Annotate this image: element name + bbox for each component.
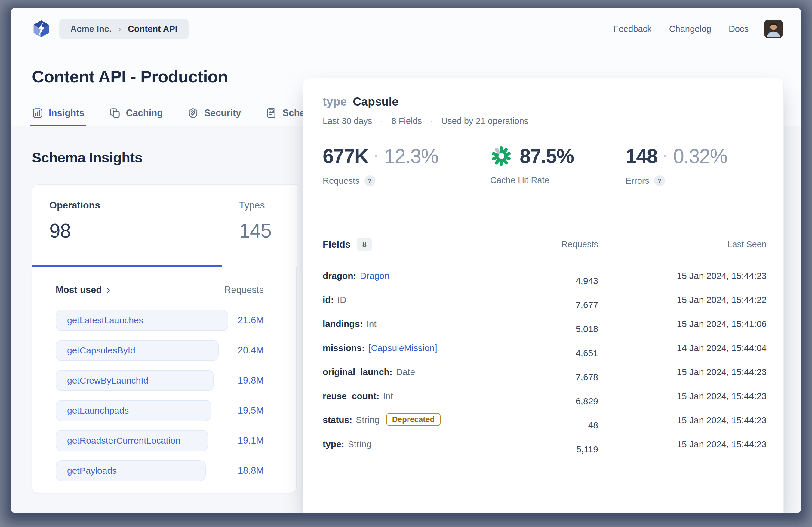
stat-errors: 148·0.32%Errors? xyxy=(625,144,727,186)
type-meta-item: Used by 21 operations xyxy=(441,116,528,126)
stat-label: Errors? xyxy=(625,175,727,186)
top-nav: FeedbackChangelogDocs xyxy=(596,24,749,34)
breadcrumb-project[interactable]: Content API xyxy=(128,24,177,34)
field-last-seen: 15 Jan 2024, 15:44:23 xyxy=(598,415,767,425)
most-used-card: Most used › Requests getLatestLaunches21… xyxy=(32,267,296,493)
nav-link-feedback[interactable]: Feedback xyxy=(613,24,651,34)
operation-request-count: 18.8M xyxy=(228,465,264,476)
field-name: missions: xyxy=(323,343,365,353)
nav-link-changelog[interactable]: Changelog xyxy=(669,24,711,34)
operation-pill[interactable]: getLaunchpads xyxy=(56,400,212,421)
field-name: id: xyxy=(323,295,334,305)
operation-pill[interactable]: getPayloads xyxy=(56,460,206,481)
schema-insights-panel: Operations98Types145 Most used › Request… xyxy=(32,184,296,493)
app-window: Acme Inc. › Content API FeedbackChangelo… xyxy=(11,8,801,513)
stat-secondary-value: 12.3% xyxy=(384,145,438,168)
most-used-link[interactable]: Most used › xyxy=(56,285,110,295)
field-row: dragon:Dragon4,94315 Jan 2024, 15:44:23 xyxy=(323,264,767,288)
breadcrumb-org[interactable]: Acme Inc. xyxy=(70,24,112,34)
operation-pill[interactable]: getRoadsterCurrentLocation xyxy=(56,430,208,451)
help-icon[interactable]: ? xyxy=(364,175,375,186)
fields-table-body: dragon:Dragon4,94315 Jan 2024, 15:44:23i… xyxy=(323,264,767,456)
field-requests: 4,651 xyxy=(508,348,598,358)
chevron-right-icon: › xyxy=(106,285,110,295)
svg-text:GQL: GQL xyxy=(269,110,274,113)
dot-separator-icon: · xyxy=(380,117,383,125)
field-name-cell: id:ID xyxy=(323,295,508,305)
fields-label: Fields xyxy=(323,239,350,250)
field-requests: 6,829 xyxy=(508,396,598,407)
operation-request-count: 19.1M xyxy=(228,435,264,446)
type-meta-item: Last 30 days xyxy=(323,116,372,126)
operation-request-count: 21.6M xyxy=(228,315,264,326)
operation-pill[interactable]: getLatestLaunches xyxy=(56,310,228,331)
stat-cache-hit-rate: 87.5%Cache Hit Rate xyxy=(490,144,625,186)
tab-security[interactable]: Security xyxy=(187,108,241,119)
most-used-row: getLaunchpads19.5M xyxy=(56,400,264,421)
operation-request-count: 19.5M xyxy=(228,405,264,416)
most-used-bar-track: getCapsulesById xyxy=(56,340,228,361)
field-row: id:ID7,67715 Jan 2024, 15:44:22 xyxy=(323,288,767,312)
field-name: dragon: xyxy=(323,271,357,281)
brand-logo-icon[interactable] xyxy=(32,19,50,38)
nav-link-docs[interactable]: Docs xyxy=(729,24,749,34)
field-requests: 4,943 xyxy=(508,276,598,286)
user-avatar[interactable] xyxy=(764,19,783,38)
stat-label-text: Requests xyxy=(323,176,360,186)
field-name-cell: landings:Int xyxy=(323,319,508,329)
most-used-row: getCapsulesById20.4M xyxy=(56,340,264,361)
field-name-cell: original_launch:Date xyxy=(323,367,508,377)
operation-pill[interactable]: getCrewByLaunchId xyxy=(56,370,214,391)
summary-tab-types[interactable]: Types145 xyxy=(222,184,296,267)
summary-tab-operations[interactable]: Operations98 xyxy=(32,184,222,267)
type-meta: Last 30 days·8 Fields·Used by 21 operati… xyxy=(323,116,764,126)
field-type-link[interactable]: Dragon xyxy=(360,271,390,281)
tab-label: Caching xyxy=(126,108,163,118)
field-type-link[interactable]: [CapsuleMission] xyxy=(368,343,437,353)
operation-request-count: 20.4M xyxy=(228,345,264,356)
field-name-cell: status:StringDeprecated xyxy=(323,414,508,427)
help-icon[interactable]: ? xyxy=(654,175,665,186)
field-name: original_launch: xyxy=(323,367,392,377)
field-row: type:String5,11915 Jan 2024, 15:44:23 xyxy=(323,432,767,456)
most-used-row: getPayloads18.8M xyxy=(56,460,264,481)
field-requests: 5,119 xyxy=(508,444,598,455)
stat-label: Cache Hit Rate xyxy=(490,175,625,185)
stat-label-text: Cache Hit Rate xyxy=(490,175,549,185)
type-detail-header: typeCapsule Last 30 days·8 Fields·Used b… xyxy=(303,78,783,186)
tab-caching[interactable]: Caching xyxy=(109,108,163,119)
most-used-bar-track: getCrewByLaunchId xyxy=(56,370,228,391)
dot-separator-icon: · xyxy=(430,117,433,125)
field-row: landings:Int5,01815 Jan 2024, 15:41:06 xyxy=(323,312,767,336)
requests-column-header: Requests xyxy=(224,285,264,295)
field-last-seen: 15 Jan 2024, 15:44:23 xyxy=(598,391,767,401)
operation-pill[interactable]: getCapsulesById xyxy=(56,340,219,361)
security-icon xyxy=(187,108,199,119)
field-requests: 48 xyxy=(508,420,598,430)
field-last-seen: 15 Jan 2024, 15:41:06 xyxy=(598,319,767,329)
summary-tabs: Operations98Types145 xyxy=(32,184,296,267)
most-used-label: Most used xyxy=(56,285,102,295)
stat-requests: 677K·12.3%Requests? xyxy=(323,144,490,186)
dot-separator-icon: · xyxy=(664,149,667,163)
most-used-row: getLatestLaunches21.6M xyxy=(56,310,264,331)
type-stats: 677K·12.3%Requests?87.5%Cache Hit Rate14… xyxy=(323,144,764,186)
stat-primary-value: 87.5% xyxy=(520,145,574,168)
app-header: Acme Inc. › Content API FeedbackChangelo… xyxy=(11,8,801,39)
field-name: status: xyxy=(323,415,352,425)
tab-insights[interactable]: Insights xyxy=(32,108,85,119)
field-row: missions:[CapsuleMission]4,65114 Jan 202… xyxy=(323,336,767,360)
most-used-row: getRoadsterCurrentLocation19.1M xyxy=(56,430,264,451)
operation-request-count: 19.8M xyxy=(228,375,264,386)
breadcrumb[interactable]: Acme Inc. › Content API xyxy=(59,19,189,39)
type-detail-title: typeCapsule xyxy=(323,95,764,108)
field-row: reuse_count:Int6,82915 Jan 2024, 15:44:2… xyxy=(323,384,767,408)
tab-label: Insights xyxy=(49,108,85,118)
most-used-list: getLatestLaunches21.6MgetCapsulesById20.… xyxy=(56,310,264,481)
most-used-bar-track: getLaunchpads xyxy=(56,400,228,421)
field-row: original_launch:Date7,67815 Jan 2024, 15… xyxy=(323,360,767,384)
field-last-seen: 15 Jan 2024, 15:44:23 xyxy=(598,439,767,450)
tab-label: Security xyxy=(204,108,241,118)
field-name-cell: reuse_count:Int xyxy=(323,391,508,401)
most-used-header: Most used › Requests xyxy=(56,285,264,295)
